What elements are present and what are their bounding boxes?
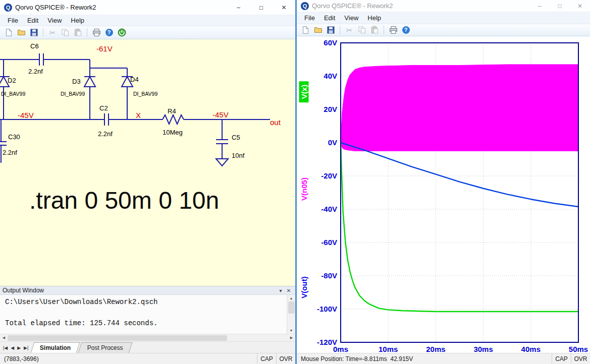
scroll-right-icon[interactable]: ▶ <box>288 336 295 340</box>
minimize-button[interactable]: – <box>227 0 250 15</box>
trace-label-vx[interactable]: V(x) <box>299 81 309 102</box>
capacitor-c30[interactable] <box>0 119 7 163</box>
diode-d2[interactable] <box>0 59 10 119</box>
scroll-down-icon[interactable]: ▼ <box>290 327 293 334</box>
capacitor-c6[interactable] <box>39 53 43 66</box>
model-d2[interactable]: DI_BAV99 <box>1 91 25 97</box>
waveform-plot[interactable]: 60V40V20V0V-20V-40V-60V-80V-100V-120V0ms… <box>297 36 590 353</box>
x-axis-tick-label: 0ms <box>333 345 348 353</box>
net-label-out[interactable]: out <box>270 118 281 127</box>
caps-indicator: CAP <box>257 353 276 364</box>
trace-label-vn05[interactable]: V(n05) <box>300 177 308 201</box>
maximize-button[interactable]: □ <box>250 0 273 15</box>
minimize-button[interactable]: – <box>529 0 550 12</box>
output-horizontal-scrollbar[interactable]: ◀ ▶ <box>0 334 295 341</box>
close-button[interactable]: ✕ <box>273 0 295 15</box>
output-close-button[interactable]: ✕ <box>285 288 293 293</box>
y-axis-tick-label: 0V <box>328 138 337 147</box>
wire-top[interactable] <box>0 59 127 68</box>
run-simulation-button[interactable] <box>117 28 127 38</box>
waveform-plot-area[interactable]: 60V40V20V0V-20V-40V-60V-80V-100V-120V0ms… <box>297 36 590 353</box>
tab-nav-prev[interactable]: ◀ <box>11 345 14 350</box>
diode-d3[interactable] <box>84 68 95 119</box>
value-c2[interactable]: 2.2nf <box>98 130 113 138</box>
trace-V(out)[interactable] <box>341 143 578 207</box>
value-c30[interactable]: 2.2nf <box>3 149 17 156</box>
output-vertical-scrollbar[interactable]: ▲ ▼ <box>287 295 295 334</box>
net-label-61v[interactable]: -61V <box>96 44 113 53</box>
menu-file[interactable]: File <box>3 16 23 25</box>
new-file-button[interactable] <box>4 28 14 38</box>
tab-nav-first[interactable]: |◀ <box>3 345 8 350</box>
statusbar: (7883,-3696) CAP OVR <box>0 353 295 364</box>
net-label-45v-right[interactable]: -45V <box>212 110 229 119</box>
value-c5[interactable]: 10nf <box>232 152 245 159</box>
x-axis-tick-label: 10ms <box>379 345 398 353</box>
label-c30[interactable]: C30 <box>8 133 20 141</box>
titlebar[interactable]: Q Qorvo QSPICE® - Rework2 – □ ✕ <box>297 0 590 12</box>
value-r4[interactable]: 10Meg <box>163 129 183 136</box>
output-window-body: C:\Users\User\Downloads\Rework2.qsch Tot… <box>0 295 295 334</box>
net-label-x[interactable]: X <box>136 111 141 119</box>
output-collapse-button[interactable]: ▾ <box>277 288 285 293</box>
copy-button[interactable] <box>357 25 367 35</box>
menu-help[interactable]: Help <box>363 13 386 23</box>
output-log: C:\Users\User\Downloads\Rework2.qsch Tot… <box>0 295 287 334</box>
help-button[interactable]: ? <box>104 28 114 38</box>
help-button[interactable]: ? <box>401 25 411 35</box>
trace-V(n05)[interactable] <box>341 65 578 151</box>
close-button[interactable]: ✕ <box>570 0 590 12</box>
overwrite-indicator: OVR <box>276 353 295 364</box>
resistor-r4[interactable] <box>163 115 184 124</box>
label-d3[interactable]: D3 <box>72 78 81 85</box>
trace-label-vout[interactable]: V(out) <box>300 276 308 298</box>
tab-simulation[interactable]: Simulation <box>31 342 80 353</box>
cut-button[interactable]: ✂ <box>344 25 354 35</box>
model-d4[interactable]: DI_BAV99 <box>133 91 157 97</box>
menu-edit[interactable]: Edit <box>319 13 340 23</box>
label-c6[interactable]: C6 <box>30 42 39 50</box>
cut-button[interactable]: ✂ <box>47 28 58 38</box>
open-file-button[interactable] <box>313 25 323 35</box>
maximize-button[interactable]: □ <box>550 0 570 12</box>
tab-post-process[interactable]: Post Process <box>78 342 132 353</box>
copy-button[interactable] <box>60 28 70 38</box>
y-axis-tick-label: -40V <box>321 205 337 213</box>
new-file-button[interactable] <box>300 25 310 35</box>
print-button[interactable] <box>388 25 398 35</box>
open-file-button[interactable] <box>16 28 26 38</box>
window-title: Qorvo QSPICE® - Rework2 <box>312 2 529 10</box>
label-d4[interactable]: D4 <box>130 76 139 83</box>
label-c2[interactable]: C2 <box>99 104 108 112</box>
menu-view[interactable]: View <box>43 16 66 25</box>
menu-help[interactable]: Help <box>66 16 89 25</box>
save-button[interactable] <box>326 25 336 35</box>
print-button[interactable] <box>91 28 101 38</box>
trace-V(x)[interactable] <box>341 139 578 312</box>
label-r4[interactable]: R4 <box>168 107 176 115</box>
paste-button[interactable] <box>73 28 83 38</box>
save-button[interactable] <box>29 28 39 38</box>
value-c6[interactable]: 2.2nf <box>28 68 43 75</box>
net-label-45v-left[interactable]: -45V <box>18 111 34 119</box>
output-window-titlebar[interactable]: Output Window ▾ ✕ <box>0 286 295 295</box>
label-d2[interactable]: D2 <box>8 77 16 84</box>
label-c5[interactable]: C5 <box>232 134 240 141</box>
capacitor-c5[interactable] <box>216 119 228 159</box>
tab-nav-last[interactable]: ▶| <box>24 345 28 350</box>
scrollbar-thumb[interactable] <box>8 335 227 341</box>
new-document-icon <box>5 28 13 37</box>
menu-view[interactable]: View <box>340 13 363 23</box>
menu-file[interactable]: File <box>300 13 319 23</box>
tab-nav-next[interactable]: ▶ <box>17 345 21 350</box>
menu-edit[interactable]: Edit <box>23 16 43 25</box>
schematic-canvas[interactable]: C6 2.2nf -61V D2 DI_BAV99 D3 DI_BAV99 D4… <box>0 39 295 286</box>
scrollbar-thumb[interactable] <box>288 301 295 314</box>
paste-button[interactable] <box>369 25 380 35</box>
scroll-left-icon[interactable]: ◀ <box>0 336 8 340</box>
capacitor-c2[interactable] <box>104 113 109 126</box>
spice-directive[interactable]: .tran 0 50m 0 10n <box>29 187 219 214</box>
model-d3[interactable]: DI_BAV99 <box>61 91 85 97</box>
scroll-up-icon[interactable]: ▲ <box>290 295 293 301</box>
titlebar[interactable]: Q Qorvo QSPICE® - Rework2 – □ ✕ <box>0 0 295 15</box>
